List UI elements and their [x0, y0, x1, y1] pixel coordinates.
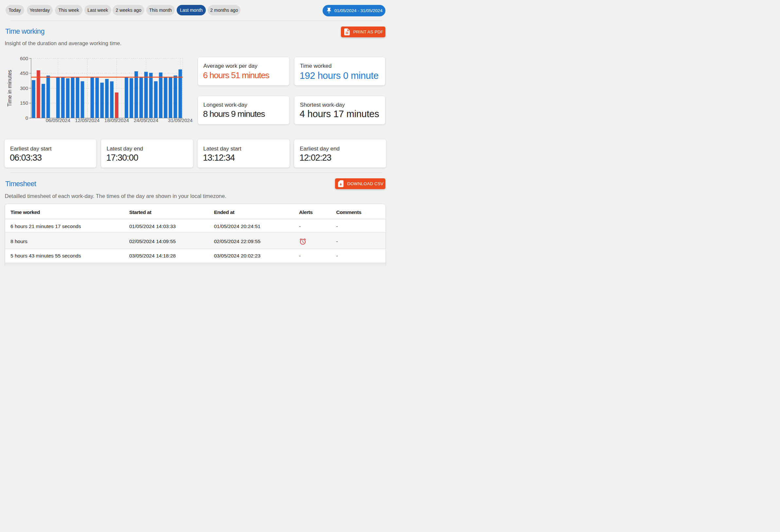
svg-text:150: 150	[20, 100, 28, 106]
svg-text:600: 600	[20, 56, 28, 61]
svg-text:0: 0	[26, 115, 28, 121]
svg-text:06/05/2024: 06/05/2024	[46, 117, 70, 123]
svg-text:450: 450	[20, 70, 28, 76]
svg-text:18/05/2024: 18/05/2024	[104, 117, 129, 123]
svg-text:Time in minutes: Time in minutes	[7, 70, 13, 106]
svg-text:300: 300	[20, 85, 28, 91]
svg-text:12/05/2024: 12/05/2024	[75, 117, 99, 123]
svg-text:31/05/2024: 31/05/2024	[168, 117, 192, 123]
svg-text:24/05/2024: 24/05/2024	[134, 117, 158, 123]
